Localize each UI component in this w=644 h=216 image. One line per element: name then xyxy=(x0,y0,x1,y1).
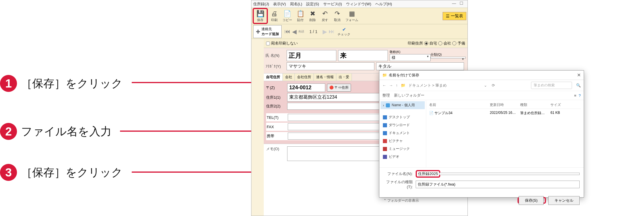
menu-view[interactable]: 表示(V) xyxy=(273,1,286,7)
paste-button[interactable]: 📋 貼付 xyxy=(294,9,306,23)
mobile-label: 携帯 xyxy=(267,133,288,139)
side-music[interactable]: ミュージック xyxy=(381,145,425,153)
keisho-label: 敬称(K) xyxy=(390,50,431,54)
zip-lookup-button[interactable]: 🔴 〒⇔住所 xyxy=(327,84,351,92)
tab-joint-info[interactable]: 連名・情報 xyxy=(314,73,336,81)
menu-help[interactable]: ヘルプ(H) xyxy=(375,1,392,7)
music-icon xyxy=(383,147,387,151)
side-pictures[interactable]: ピクチャ xyxy=(381,137,425,145)
copy-label: コピー xyxy=(282,18,292,22)
redo-button[interactable]: ↷ 取消 xyxy=(331,9,343,23)
radio-company[interactable] xyxy=(438,41,442,45)
save-button[interactable]: 💾 保存 xyxy=(254,9,266,23)
zip-btn-label: 〒⇔住所 xyxy=(335,85,349,90)
filename-input[interactable]: 住所録2025 xyxy=(418,172,438,176)
dropdown-icon[interactable]: ⌄ xyxy=(484,83,487,88)
dialog-cancel-button[interactable]: キャンセル xyxy=(548,196,580,205)
radio-spare[interactable] xyxy=(452,41,456,45)
form-button[interactable]: ▦ フォーム xyxy=(344,9,360,23)
nav-next[interactable]: ▶ xyxy=(323,28,327,35)
folder-fold-toggle[interactable]: ⌃ フォルダーの非表示 xyxy=(383,198,419,203)
col-size[interactable]: サイズ xyxy=(550,102,581,107)
bunrui-dropdown[interactable] xyxy=(431,57,466,59)
cardadd-label1: 連絡先 xyxy=(261,27,279,32)
menu-service[interactable]: サービス(I) xyxy=(323,1,342,7)
nav-up-icon[interactable]: ↑ xyxy=(396,83,398,88)
nav-first[interactable]: ⏮ xyxy=(285,28,290,35)
file-list: 名前 更新日時 種類 サイズ 📄 サンプル34 2022/05/25 16… 筆… xyxy=(426,100,584,167)
organize-button[interactable]: 整理 xyxy=(382,93,390,98)
menu-window[interactable]: ウィンドウ(W) xyxy=(346,1,371,7)
tab-home-addr[interactable]: 自宅住所 xyxy=(264,73,283,81)
furigana-first-input[interactable]: キタル xyxy=(376,62,464,70)
floppy-icon: 💾 xyxy=(256,10,264,18)
col-name[interactable]: 名前 xyxy=(429,102,490,107)
check-button[interactable]: ✔ チェック xyxy=(338,27,350,37)
maximize-icon[interactable]: ☐ xyxy=(460,1,463,6)
copy-button[interactable]: 📄 コピー xyxy=(281,9,294,23)
printer-icon: 🖨 xyxy=(270,10,278,18)
help-icon[interactable]: ? xyxy=(579,93,581,98)
side-desktop[interactable]: デスクトップ xyxy=(381,113,425,121)
form-icon: ▦ xyxy=(348,10,356,18)
side-music-label: ミュージック xyxy=(389,146,410,151)
side-videos[interactable]: ビデオ xyxy=(381,153,425,161)
name-last-input[interactable]: 正月 xyxy=(287,50,336,61)
keisho-dropdown[interactable]: 様 xyxy=(390,54,431,61)
radio-home-label: 自宅 xyxy=(429,41,437,46)
newfolder-button[interactable]: 新しいフォルダー xyxy=(394,93,424,98)
noprint-checkbox[interactable] xyxy=(266,42,270,45)
side-downloads[interactable]: ダウンロード xyxy=(381,121,425,129)
menu-atena[interactable]: 宛名(L) xyxy=(290,1,302,7)
tab-company[interactable]: 会社 xyxy=(283,73,295,81)
cloud-icon xyxy=(386,103,390,107)
filename-field-rest[interactable] xyxy=(439,173,580,175)
nav-back-icon[interactable]: ← xyxy=(382,83,386,88)
side-documents[interactable]: ドキュメント xyxy=(381,129,425,137)
card-add-button[interactable]: ➕ 連絡先 カード追加 xyxy=(253,25,282,38)
furigana-last-input[interactable]: マサツキ xyxy=(287,62,374,70)
printaddr-label: 印刷住所 xyxy=(408,41,423,46)
list-item[interactable]: 📄 サンプル34 2022/05/25 16… 筆まめ住所録… 61 KB xyxy=(429,109,581,117)
zip-input[interactable]: 124-0012 xyxy=(287,83,325,92)
delete-button[interactable]: ✖ 削除 xyxy=(307,9,318,23)
refresh-icon[interactable]: ⟳ xyxy=(490,83,497,88)
furigana-label: ﾌﾘｶﾞﾅ(Y) xyxy=(266,64,287,68)
undo-button[interactable]: ↶ 戻す xyxy=(319,9,331,23)
document-icon xyxy=(383,131,387,135)
name-first-input[interactable]: 来 xyxy=(338,50,388,61)
menubar: 住所録(J) 表示(V) 宛名(L) 設定(S) サービス(I) ウィンドウ(W… xyxy=(251,0,467,8)
dialog-save-button[interactable]: 保存(S) xyxy=(519,196,544,205)
undo-icon: ↶ xyxy=(321,10,329,18)
breadcrumb[interactable]: ドキュメント > 筆まめ xyxy=(408,83,447,88)
nav-last[interactable]: ⏭ xyxy=(329,28,335,35)
menu-addressbook[interactable]: 住所録(J) xyxy=(253,1,269,7)
col-date[interactable]: 更新日時 xyxy=(490,102,520,107)
menu-settings[interactable]: 設定(S) xyxy=(306,1,319,7)
fax-label: FAX xyxy=(267,125,288,129)
nav-prev[interactable]: ◀ xyxy=(292,28,297,35)
filetype-dropdown[interactable]: 住所録ファイル(*.fwa) xyxy=(416,181,580,188)
step-badge: 3 xyxy=(0,164,17,181)
minimize-icon[interactable]: — xyxy=(452,1,456,6)
name-label: 氏 名(N) xyxy=(266,53,287,58)
video-icon xyxy=(383,155,387,159)
radio-home[interactable] xyxy=(424,41,428,45)
cardadd-label2: カード追加 xyxy=(261,32,279,37)
print-button[interactable]: 🖨 印刷 xyxy=(268,9,280,23)
search-input[interactable]: 筆まめの検索 xyxy=(531,82,572,89)
side-personal[interactable]: ›Name - 個人用 xyxy=(381,101,425,109)
instruction-step-2: 2 ファイル名を入力 xyxy=(0,123,112,140)
tab-sent-recv[interactable]: 出・受 xyxy=(336,73,352,81)
col-type[interactable]: 種類 xyxy=(520,102,551,107)
tab-company-addr[interactable]: 会社住所 xyxy=(295,73,314,81)
search-icon[interactable]: 🔍 xyxy=(576,83,581,88)
check-icon: ✔ xyxy=(342,27,346,32)
nav-fwd-icon[interactable]: → xyxy=(389,83,393,88)
view-icon[interactable]: ≡ xyxy=(574,93,576,98)
save-label: 保存 xyxy=(257,18,263,22)
tel-label: TEL(T) xyxy=(267,115,288,120)
listview-button[interactable]: ☰ 一覧表 xyxy=(443,12,466,20)
close-icon[interactable]: ✕ xyxy=(577,72,581,78)
dialog-title: 名前を付けて保存 xyxy=(389,73,419,78)
